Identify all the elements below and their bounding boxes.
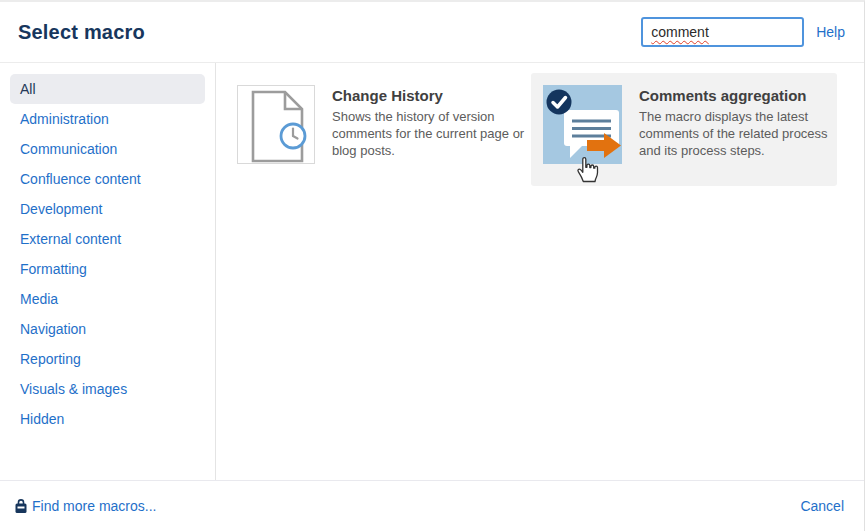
category-sidebar: All Administration Communication Conflue… <box>0 63 216 480</box>
sidebar-item-reporting[interactable]: Reporting <box>10 344 205 374</box>
macro-description: Shows the history of version comments fo… <box>332 108 528 159</box>
sidebar-item-external-content[interactable]: External content <box>10 224 205 254</box>
dialog-footer: Find more macros... Cancel <box>0 480 864 531</box>
macro-list: Change History Shows the history of vers… <box>216 63 864 480</box>
dialog-body: All Administration Communication Conflue… <box>0 63 864 480</box>
dialog-header: Select macro comment Help <box>0 2 864 63</box>
sidebar-item-communication[interactable]: Communication <box>10 134 205 164</box>
macro-description: The macro displays the latest comments o… <box>639 108 835 159</box>
cancel-link[interactable]: Cancel <box>800 498 844 514</box>
sidebar-item-confluence-content[interactable]: Confluence content <box>10 164 205 194</box>
marketplace-icon <box>14 498 28 514</box>
macro-card-change-history[interactable]: Change History Shows the history of vers… <box>225 73 531 186</box>
macro-title: Change History <box>332 87 528 104</box>
find-more-macros-label: Find more macros... <box>32 498 156 514</box>
sidebar-item-navigation[interactable]: Navigation <box>10 314 205 344</box>
page-title: Select macro <box>18 21 145 44</box>
sidebar-item-all[interactable]: All <box>10 74 205 104</box>
select-macro-dialog: Select macro comment Help All Administra… <box>0 0 865 531</box>
macro-title: Comments aggregation <box>639 87 835 104</box>
search-input[interactable]: comment <box>641 17 804 47</box>
comments-aggregation-icon-box <box>543 85 622 164</box>
find-more-macros-link[interactable]: Find more macros... <box>14 498 156 514</box>
macro-text: Comments aggregation The macro displays … <box>639 85 835 174</box>
macro-text: Change History Shows the history of vers… <box>332 85 528 174</box>
sidebar-item-formatting[interactable]: Formatting <box>10 254 205 284</box>
change-history-icon-box <box>237 85 315 164</box>
sidebar-item-media[interactable]: Media <box>10 284 205 314</box>
sidebar-item-administration[interactable]: Administration <box>10 104 205 134</box>
macro-card-comments-aggregation[interactable]: Comments aggregation The macro displays … <box>531 73 837 186</box>
help-link[interactable]: Help <box>816 24 845 40</box>
sidebar-item-visuals-images[interactable]: Visuals & images <box>10 374 205 404</box>
search-input-value: comment <box>651 24 709 40</box>
comment-bubble-check-arrow-icon <box>543 85 622 164</box>
sidebar-item-hidden[interactable]: Hidden <box>10 404 205 434</box>
sidebar-item-development[interactable]: Development <box>10 194 205 224</box>
document-clock-icon <box>238 86 314 163</box>
